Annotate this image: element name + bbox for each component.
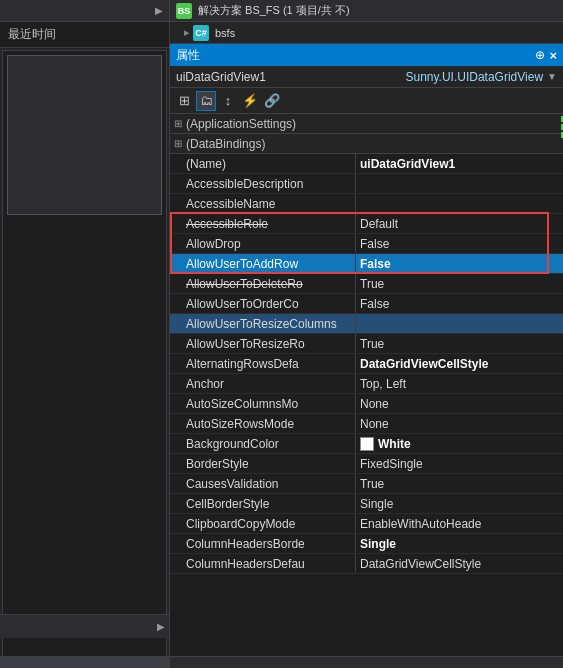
prop-border-style-row[interactable]: BorderStyle FixedSingle [170, 454, 563, 474]
prop-autoresize-rows-row[interactable]: AutoSizeRowsMode None [170, 414, 563, 434]
tool-event-icon[interactable]: ⚡ [240, 91, 260, 111]
prop-cell-border-style-value: Single [356, 497, 563, 511]
prop-name-row[interactable]: (Name) uiDataGridView1 [170, 154, 563, 174]
prop-allow-delete-row-value: True [356, 277, 563, 291]
prop-allow-add-row-label: AllowUserToAddRow [170, 257, 355, 271]
prop-accessible-role-row[interactable]: AccessibleRole Default [170, 214, 563, 234]
prop-allow-add-row-row[interactable]: AllowUserToAddRow False [170, 254, 563, 274]
prop-allow-drop-label: AllowDrop [170, 237, 355, 251]
prop-autoresize-cols-label: AutoSizeColumnsMo [170, 397, 355, 411]
prop-col-headers-default-label: ColumnHeadersDefau [170, 557, 355, 571]
bg-color-swatch [360, 437, 374, 451]
breadcrumb-solution-text: 解决方案 BS_FS (1 项目/共 不) [198, 3, 350, 18]
bg-color-text: White [378, 437, 411, 451]
tool-link-icon[interactable]: 🔗 [262, 91, 282, 111]
solution-icon: BS [176, 3, 192, 19]
prop-alt-rows-value: DataGridViewCellStyle [356, 357, 563, 371]
prop-allow-drop-value: False [356, 237, 563, 251]
prop-col-headers-default-value: DataGridViewCellStyle [356, 557, 563, 571]
prop-causes-validation-label: CausesValidation [170, 477, 355, 491]
component-type: Sunny.UI.UIDataGridView [405, 70, 543, 84]
prop-cell-border-style-label: CellBorderStyle [170, 497, 355, 511]
prop-accessible-name-label: AccessibleName [170, 197, 355, 211]
prop-allow-resize-col-row[interactable]: AllowUserToResizeColumns [170, 314, 563, 334]
group-data-bindings[interactable]: ⊞ (DataBindings) [170, 134, 563, 154]
prop-accessible-desc-row[interactable]: AccessibleDescription [170, 174, 563, 194]
expand-icon-2: ⊞ [174, 138, 182, 149]
prop-allow-add-row-value: False [356, 257, 563, 271]
mini-map-bar [559, 114, 563, 656]
group-data-bindings-label: (DataBindings) [186, 137, 265, 151]
prop-clipboard-value: EnableWithAutoHeade [356, 517, 563, 531]
prop-allow-order-col-label: AllowUserToOrderCo [170, 297, 355, 311]
prop-bg-color-label: BackgroundColor [170, 437, 355, 451]
prop-accessible-desc-label: AccessibleDescription [170, 177, 355, 191]
prop-name-value: uiDataGridView1 [356, 157, 563, 171]
left-panel-bottom-icon[interactable]: ▶ [157, 621, 169, 632]
prop-col-headers-border-row[interactable]: ColumnHeadersBorde Single [170, 534, 563, 554]
toolbar-row: ⊞ 🗂 ↕ ⚡ 🔗 [170, 88, 563, 114]
prop-divider-9 [355, 314, 356, 333]
prop-accessible-role-label: AccessibleRole [170, 217, 355, 231]
prop-allow-delete-row-row[interactable]: AllowUserToDeleteRo True [170, 274, 563, 294]
component-dropdown-arrow[interactable]: ▼ [547, 71, 557, 82]
expand-icon: ⊞ [174, 118, 182, 129]
prop-causes-validation-value: True [356, 477, 563, 491]
prop-divider-2 [355, 174, 356, 193]
panel-title-icons: ⊕ × [535, 48, 557, 63]
prop-allow-resize-row-label: AllowUserToResizeRo [170, 337, 355, 351]
prop-border-style-value: FixedSingle [356, 457, 563, 471]
prop-col-headers-default-row[interactable]: ColumnHeadersDefau DataGridViewCellStyle [170, 554, 563, 574]
left-panel-label: 最近时间 [0, 22, 169, 48]
prop-autoresize-cols-value: None [356, 397, 563, 411]
tool-grid-icon[interactable]: ⊞ [174, 91, 194, 111]
bottom-bar [170, 656, 563, 668]
prop-allow-resize-row-row[interactable]: AllowUserToResizeRo True [170, 334, 563, 354]
prop-col-headers-border-label: ColumnHeadersBorde [170, 537, 355, 551]
group-app-settings-label: (ApplicationSettings) [186, 117, 296, 131]
prop-anchor-row[interactable]: Anchor Top, Left [170, 374, 563, 394]
prop-accessible-name-row[interactable]: AccessibleName [170, 194, 563, 214]
prop-divider-3 [355, 194, 356, 213]
file-icon: C# [193, 25, 209, 41]
component-selector[interactable]: uiDataGridView1 Sunny.UI.UIDataGridView … [170, 66, 563, 88]
right-panel: BS 解决方案 BS_FS (1 项目/共 不) ▸ C# bsfs 属性 ⊕ … [170, 0, 563, 668]
prop-col-headers-border-value: Single [356, 537, 563, 551]
prop-alt-rows-row[interactable]: AlternatingRowsDefa DataGridViewCellStyl… [170, 354, 563, 374]
breadcrumb-bar-2: ▸ C# bsfs [170, 22, 563, 44]
prop-accessible-role-value: Default [356, 217, 563, 231]
props-list: ⊞ (ApplicationSettings) ⊞ (DataBindings)… [170, 114, 563, 574]
left-panel-expand-icon[interactable]: ▶ [151, 3, 167, 19]
prop-clipboard-row[interactable]: ClipboardCopyMode EnableWithAutoHeade [170, 514, 563, 534]
prop-bg-color-row[interactable]: BackgroundColor White [170, 434, 563, 454]
breadcrumb-file-text: bsfs [215, 27, 235, 39]
prop-allow-drop-row[interactable]: AllowDrop False [170, 234, 563, 254]
prop-allow-resize-col-label: AllowUserToResizeColumns [170, 317, 355, 331]
properties-panel: 属性 ⊕ × uiDataGridView1 Sunny.UI.UIDataGr… [170, 44, 563, 668]
prop-autoresize-cols-row[interactable]: AutoSizeColumnsMo None [170, 394, 563, 414]
left-panel-inner-box [7, 55, 162, 215]
left-panel-bottom: ▶ [0, 614, 169, 638]
prop-autoresize-rows-value: None [356, 417, 563, 431]
prop-anchor-label: Anchor [170, 377, 355, 391]
prop-name-label: (Name) [170, 157, 355, 171]
breadcrumb-bar: BS 解决方案 BS_FS (1 项目/共 不) [170, 0, 563, 22]
prop-causes-validation-row[interactable]: CausesValidation True [170, 474, 563, 494]
prop-allow-order-col-row[interactable]: AllowUserToOrderCo False [170, 294, 563, 314]
group-app-settings[interactable]: ⊞ (ApplicationSettings) [170, 114, 563, 134]
prop-clipboard-label: ClipboardCopyMode [170, 517, 355, 531]
prop-allow-order-col-value: False [356, 297, 563, 311]
pin-icon[interactable]: ⊕ [535, 48, 545, 62]
prop-autoresize-rows-label: AutoSizeRowsMode [170, 417, 355, 431]
component-name: uiDataGridView1 [176, 70, 405, 84]
prop-border-style-label: BorderStyle [170, 457, 355, 471]
tool-sort-icon[interactable]: ↕ [218, 91, 238, 111]
tool-category-icon[interactable]: 🗂 [196, 91, 216, 111]
left-panel-top-bar: ▶ [0, 0, 169, 22]
prop-cell-border-style-row[interactable]: CellBorderStyle Single [170, 494, 563, 514]
left-panel-content [2, 50, 167, 662]
left-panel-scrollbar[interactable] [0, 656, 169, 668]
close-icon[interactable]: × [549, 48, 557, 63]
prop-bg-color-value: White [356, 437, 563, 451]
props-list-container: ⊞ (ApplicationSettings) ⊞ (DataBindings)… [170, 114, 563, 656]
